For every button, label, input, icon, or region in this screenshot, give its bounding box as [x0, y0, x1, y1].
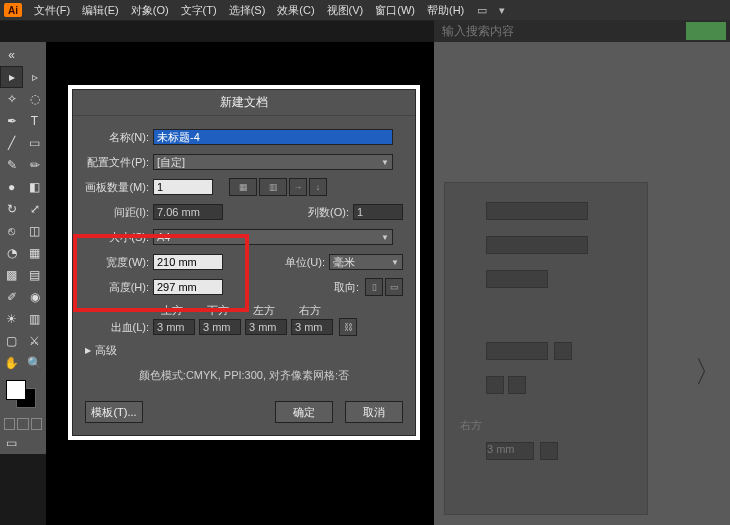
grid-by-col-icon[interactable]: ▥	[259, 178, 287, 196]
app-logo: Ai	[4, 3, 22, 17]
width-input[interactable]: 210 mm	[153, 254, 223, 270]
units-label: 单位(U):	[281, 255, 329, 270]
menu-type[interactable]: 文字(T)	[175, 3, 223, 18]
menu-view[interactable]: 视图(V)	[321, 3, 370, 18]
mesh-tool[interactable]: ▩	[0, 264, 23, 286]
cols-label: 列数(O):	[305, 205, 353, 220]
toolbar: « ▸▹ ✧◌ ✒T ╱▭ ✎✏ ●◧ ↻⤢ ⎋◫ ◔▦ ▩▤ ✐◉ ☀▥ ▢⚔…	[0, 42, 46, 454]
type-tool[interactable]: T	[23, 110, 46, 132]
bleed-headers: 上方下方左方右方	[149, 303, 403, 318]
scale-tool[interactable]: ⤢	[23, 198, 46, 220]
arrange-icon[interactable]: ▾	[494, 3, 510, 17]
gradient-tool[interactable]: ▤	[23, 264, 46, 286]
search-input[interactable]	[434, 24, 686, 38]
orient-label: 取向:	[315, 280, 363, 295]
line-tool[interactable]: ╱	[0, 132, 23, 154]
grid-by-row-icon[interactable]: ▦	[229, 178, 257, 196]
perspective-tool[interactable]: ▦	[23, 242, 46, 264]
rect-tool[interactable]: ▭	[23, 132, 46, 154]
zoom-tool[interactable]: 🔍	[23, 352, 46, 374]
name-input[interactable]: 未标题-4	[153, 129, 393, 145]
spacing-input[interactable]: 7.06 mm	[153, 204, 223, 220]
layout-icon[interactable]: ▭	[474, 3, 490, 17]
free-transform-tool[interactable]: ◫	[23, 220, 46, 242]
mode-info: 颜色模式:CMYK, PPI:300, 对齐像素网格:否	[85, 368, 403, 383]
bleed-right-input[interactable]: 3 mm	[291, 319, 333, 335]
screen-mode[interactable]: ▭	[0, 432, 23, 454]
profile-label: 配置文件(P):	[85, 155, 153, 170]
lasso-tool[interactable]: ◌	[23, 88, 46, 110]
slice-tool[interactable]: ⚔	[23, 330, 46, 352]
advanced-toggle[interactable]: ▶高级	[85, 343, 403, 358]
color-swatch[interactable]	[4, 380, 42, 410]
arrange-row-icon[interactable]: →	[289, 178, 307, 196]
draw-modes[interactable]	[0, 416, 46, 432]
menu-file[interactable]: 文件(F)	[28, 3, 76, 18]
units-select[interactable]: 毫米▼	[329, 254, 403, 270]
name-label: 名称(N):	[85, 130, 153, 145]
shadow-dialog: 右方 3 mm	[434, 188, 594, 474]
eraser-tool[interactable]: ◧	[23, 176, 46, 198]
wand-tool[interactable]: ✧	[0, 88, 23, 110]
bleed-label: 出血(L):	[85, 320, 153, 335]
menu-effect[interactable]: 效果(C)	[271, 3, 320, 18]
new-document-dialog: 新建文档 名称(N): 未标题-4 配置文件(P): [自定]▼ 画板数量(M)…	[68, 85, 420, 440]
brush-tool[interactable]: ✎	[0, 154, 23, 176]
spacing-label: 间距(I):	[85, 205, 153, 220]
shape-builder-tool[interactable]: ◔	[0, 242, 23, 264]
artboard-tool[interactable]: ▢	[0, 330, 23, 352]
link-bleed-icon[interactable]: ⛓	[339, 318, 357, 336]
width-tool[interactable]: ⎋	[0, 220, 23, 242]
pen-tool[interactable]: ✒	[0, 110, 23, 132]
size-label: 大小(S):	[85, 230, 153, 245]
menu-window[interactable]: 窗口(W)	[369, 3, 421, 18]
cols-input[interactable]: 1	[353, 204, 403, 220]
chevron-right-icon[interactable]: 〉	[694, 352, 724, 393]
rotate-tool[interactable]: ↻	[0, 198, 23, 220]
bleed-top-input[interactable]: 3 mm	[153, 319, 195, 335]
height-label: 高度(H):	[85, 280, 153, 295]
menu-select[interactable]: 选择(S)	[223, 3, 272, 18]
ok-button[interactable]: 确定	[275, 401, 333, 423]
dialog-title: 新建文档	[73, 90, 415, 116]
cancel-button[interactable]: 取消	[345, 401, 403, 423]
search-bar	[434, 20, 730, 42]
blend-tool[interactable]: ◉	[23, 286, 46, 308]
height-input[interactable]: 297 mm	[153, 279, 223, 295]
graph-tool[interactable]: ▥	[23, 308, 46, 330]
portrait-icon[interactable]: ▯	[365, 278, 383, 296]
collapse-icon[interactable]: «	[0, 44, 23, 66]
blob-tool[interactable]: ●	[0, 176, 23, 198]
bleed-left-input[interactable]: 3 mm	[245, 319, 287, 335]
artboards-label: 画板数量(M):	[85, 180, 153, 195]
width-label: 宽度(W):	[85, 255, 153, 270]
size-select[interactable]: A4▼	[153, 229, 393, 245]
menu-object[interactable]: 对象(O)	[125, 3, 175, 18]
selection-tool[interactable]: ▸	[0, 66, 23, 88]
search-button[interactable]	[686, 22, 726, 40]
pencil-tool[interactable]: ✏	[23, 154, 46, 176]
templates-button[interactable]: 模板(T)...	[85, 401, 143, 423]
eyedropper-tool[interactable]: ✐	[0, 286, 23, 308]
bleed-bottom-input[interactable]: 3 mm	[199, 319, 241, 335]
artboards-input[interactable]: 1	[153, 179, 213, 195]
symbol-tool[interactable]: ☀	[0, 308, 23, 330]
arrange-col-icon[interactable]: ↓	[309, 178, 327, 196]
menu-edit[interactable]: 编辑(E)	[76, 3, 125, 18]
menubar: Ai 文件(F) 编辑(E) 对象(O) 文字(T) 选择(S) 效果(C) 视…	[0, 0, 730, 21]
menu-help[interactable]: 帮助(H)	[421, 3, 470, 18]
landscape-icon[interactable]: ▭	[385, 278, 403, 296]
direct-select-tool[interactable]: ▹	[23, 66, 46, 88]
profile-select[interactable]: [自定]▼	[153, 154, 393, 170]
hand-tool[interactable]: ✋	[0, 352, 23, 374]
